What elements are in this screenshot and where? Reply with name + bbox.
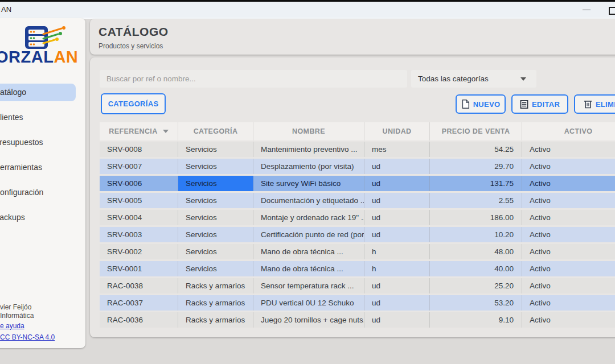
cell-active[interactable]: Activo bbox=[522, 142, 615, 157]
cell-price[interactable]: 9.10 bbox=[430, 312, 522, 328]
cell-ref[interactable]: SRV-0001 bbox=[100, 261, 178, 276]
cell-cat[interactable]: Racks y armarios bbox=[178, 295, 253, 311]
sidebar-item-presupuestos[interactable]: Presupuestos bbox=[0, 134, 76, 151]
cell-ref[interactable]: SRV-0005 bbox=[100, 193, 178, 208]
cell-name[interactable]: Mano de obra técnica ... bbox=[253, 261, 364, 276]
cell-unit[interactable]: ud bbox=[364, 210, 430, 225]
cell-price[interactable]: 40.00 bbox=[430, 261, 522, 276]
cell-unit[interactable]: ud bbox=[364, 193, 430, 208]
cell-unit[interactable]: h bbox=[364, 261, 430, 276]
cell-active[interactable]: Activo bbox=[522, 244, 615, 259]
cell-ref[interactable]: RAC-0036 bbox=[100, 312, 178, 328]
cell-cat[interactable]: Servicios bbox=[178, 193, 253, 208]
cell-name[interactable]: Site survey WiFi básico bbox=[253, 176, 364, 191]
cell-active[interactable]: Activo bbox=[522, 295, 615, 311]
cell-name[interactable]: Sensor temperatura rack ... bbox=[253, 278, 364, 293]
table-row[interactable]: RAC-0038Racks y armariosSensor temperatu… bbox=[100, 278, 615, 293]
cell-active[interactable]: Activo bbox=[522, 278, 615, 293]
table-row[interactable]: SRV-0002ServiciosMano de obra técnica ..… bbox=[100, 244, 615, 259]
sidebar-item-backups[interactable]: Backups bbox=[0, 209, 76, 226]
cell-name[interactable]: Montaje y ordenado rack 19" ... bbox=[253, 210, 364, 225]
cell-cat[interactable]: Racks y armarios bbox=[178, 278, 253, 293]
cell-price[interactable]: 54.25 bbox=[430, 142, 522, 157]
edit-button[interactable]: EDITAR bbox=[511, 94, 568, 114]
column-header-5[interactable]: ACTIVO bbox=[522, 122, 615, 140]
cell-name[interactable]: Desplazamiento (por visita) bbox=[253, 159, 364, 174]
column-header-4[interactable]: PRECIO DE VENTA bbox=[430, 122, 522, 140]
cell-cat[interactable]: Servicios bbox=[178, 210, 253, 225]
column-header-2[interactable]: NOMBRE bbox=[253, 122, 364, 140]
cell-active[interactable]: Activo bbox=[522, 159, 615, 174]
maximize-button[interactable] bbox=[609, 7, 615, 15]
cell-ref[interactable]: SRV-0007 bbox=[100, 159, 178, 174]
cell-price[interactable]: 25.20 bbox=[430, 278, 522, 293]
cell-ref[interactable]: SRV-0002 bbox=[100, 244, 178, 259]
sidebar-item-configuracin[interactable]: Configuración bbox=[0, 184, 76, 201]
cell-name[interactable]: Juego 20 tornillos + cage nuts... bbox=[253, 312, 364, 328]
license-link[interactable]: CC BY-NC-SA 4.0 bbox=[0, 333, 55, 341]
cell-name[interactable]: Certificación punto de red (por... bbox=[253, 227, 364, 242]
cell-cat[interactable]: Servicios bbox=[178, 159, 253, 174]
cell-unit[interactable]: mes bbox=[364, 142, 430, 157]
cell-ref[interactable]: SRV-0003 bbox=[100, 227, 178, 242]
cell-active[interactable]: Activo bbox=[522, 261, 615, 276]
column-header-1[interactable]: CATEGORÍA bbox=[178, 122, 253, 140]
cell-active[interactable]: Activo bbox=[522, 312, 615, 328]
help-link[interactable]: e ayuda bbox=[0, 322, 24, 330]
cell-unit[interactable]: h bbox=[364, 244, 430, 259]
sidebar-item-clientes[interactable]: Clientes bbox=[0, 109, 76, 126]
cell-price[interactable]: 10.20 bbox=[430, 227, 522, 242]
cell-active[interactable]: Activo bbox=[522, 210, 615, 225]
table-row[interactable]: RAC-0037Racks y armariosPDU vertical 0U … bbox=[100, 295, 615, 311]
cell-ref[interactable]: SRV-0008 bbox=[100, 142, 178, 157]
cell-price[interactable]: 2.55 bbox=[430, 193, 522, 208]
sidebar-item-herramientas[interactable]: Herramientas bbox=[0, 159, 76, 176]
cell-price[interactable]: 48.00 bbox=[430, 244, 522, 259]
cell-cat[interactable]: Servicios bbox=[178, 142, 253, 157]
column-header-label: REFERENCIA bbox=[109, 127, 157, 135]
cell-unit[interactable]: ud bbox=[364, 159, 430, 174]
sidebar-item-catlogo[interactable]: Catálogo bbox=[0, 84, 76, 101]
cell-price[interactable]: 186.00 bbox=[430, 210, 522, 225]
cell-ref[interactable]: SRV-0004 bbox=[100, 210, 178, 225]
table-row[interactable]: SRV-0007ServiciosDesplazamiento (por vis… bbox=[100, 159, 615, 174]
table-row[interactable]: SRV-0003ServiciosCertificación punto de … bbox=[100, 227, 615, 242]
cell-cat[interactable]: Servicios bbox=[178, 244, 253, 259]
cell-unit[interactable]: ud bbox=[364, 312, 430, 328]
search-input[interactable] bbox=[100, 70, 407, 88]
cell-name[interactable]: Mantenimiento preventivo ... bbox=[253, 142, 364, 157]
table-row[interactable]: SRV-0008ServiciosMantenimiento preventiv… bbox=[100, 142, 615, 157]
cell-name[interactable]: Mano de obra técnica ... bbox=[253, 244, 364, 259]
cell-ref[interactable]: SRV-0006 bbox=[100, 176, 178, 191]
table-row[interactable]: SRV-0005ServiciosDocumentación y etiquet… bbox=[100, 193, 615, 208]
cell-cat[interactable]: Servicios bbox=[178, 261, 253, 276]
table-row[interactable]: RAC-0036Racks y armariosJuego 20 tornill… bbox=[100, 312, 615, 328]
cell-unit[interactable]: ud bbox=[364, 295, 430, 311]
cell-price[interactable]: 29.70 bbox=[430, 159, 522, 174]
cell-cat[interactable]: Racks y armarios bbox=[178, 312, 253, 328]
cell-price[interactable]: 53.20 bbox=[430, 295, 522, 311]
cell-unit[interactable]: ud bbox=[364, 176, 430, 191]
cell-name[interactable]: PDU vertical 0U 12 Schuko bbox=[253, 295, 364, 311]
cell-unit[interactable]: ud bbox=[364, 278, 430, 293]
minimize-button[interactable]: — bbox=[581, 2, 592, 18]
cell-cat[interactable]: Servicios bbox=[178, 176, 253, 191]
new-button[interactable]: NUEVO bbox=[456, 94, 506, 114]
cell-unit[interactable]: ud bbox=[364, 227, 430, 242]
cell-name[interactable]: Documentación y etiquetado ... bbox=[253, 193, 364, 208]
cell-price[interactable]: 131.75 bbox=[430, 176, 522, 191]
cell-ref[interactable]: RAC-0038 bbox=[100, 278, 178, 293]
delete-button[interactable]: ELIMINAR bbox=[574, 94, 615, 114]
column-header-3[interactable]: UNIDAD bbox=[364, 122, 430, 140]
category-filter-dropdown[interactable]: Todas las categorías bbox=[411, 70, 536, 88]
cell-cat[interactable]: Servicios bbox=[178, 227, 253, 242]
column-header-0[interactable]: REFERENCIA bbox=[100, 122, 178, 140]
table-row[interactable]: SRV-0001ServiciosMano de obra técnica ..… bbox=[100, 261, 615, 276]
cell-active[interactable]: Activo bbox=[522, 176, 615, 191]
table-row[interactable]: SRV-0006ServiciosSite survey WiFi básico… bbox=[100, 176, 615, 191]
table-row[interactable]: SRV-0004ServiciosMontaje y ordenado rack… bbox=[100, 210, 615, 225]
categories-button[interactable]: CATEGORÍAS bbox=[101, 93, 166, 114]
cell-active[interactable]: Activo bbox=[522, 227, 615, 242]
cell-ref[interactable]: RAC-0037 bbox=[100, 295, 178, 311]
cell-active[interactable]: Activo bbox=[522, 193, 615, 208]
